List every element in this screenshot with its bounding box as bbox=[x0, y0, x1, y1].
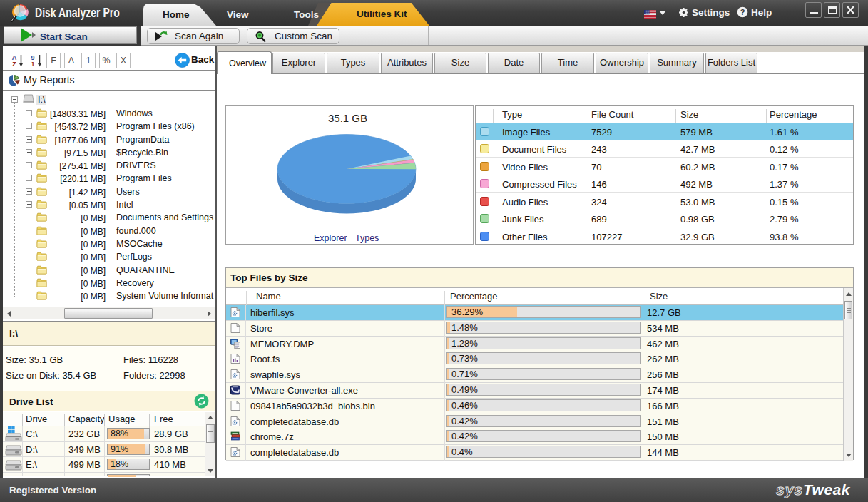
svg-text:A: A bbox=[12, 54, 17, 61]
svg-text:Z: Z bbox=[12, 61, 16, 68]
svg-text:1: 1 bbox=[31, 61, 34, 68]
svg-text:9: 9 bbox=[31, 54, 34, 61]
svg-text:?: ? bbox=[740, 8, 745, 16]
